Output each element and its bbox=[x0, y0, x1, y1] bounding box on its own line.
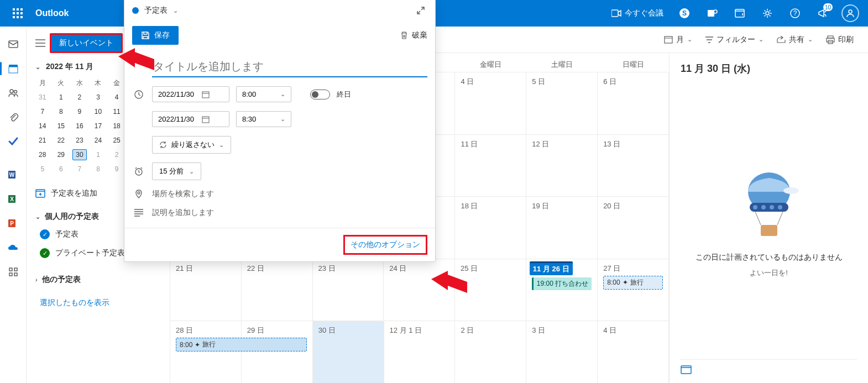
rail-onedrive[interactable] bbox=[2, 237, 24, 259]
mini-cal-day[interactable]: 11 bbox=[107, 104, 126, 119]
mini-cal-day[interactable]: 14 bbox=[33, 119, 52, 133]
app-launcher-button[interactable] bbox=[4, 8, 31, 18]
day-cell[interactable]: 12 日 bbox=[526, 135, 598, 197]
mini-cal-day[interactable]: 6 bbox=[52, 162, 71, 176]
meet-now-button[interactable]: 今すぐ会議 bbox=[605, 8, 670, 18]
day-cell[interactable]: 30 日 bbox=[313, 321, 384, 383]
end-date-picker[interactable]: 2022/11/30 bbox=[152, 111, 229, 127]
description-input[interactable]: 説明を追加します bbox=[152, 208, 427, 218]
start-time-picker[interactable]: 8:00⌄ bbox=[236, 86, 291, 102]
mini-cal-day[interactable]: 21 bbox=[33, 133, 52, 148]
end-time-picker[interactable]: 8:30⌄ bbox=[236, 111, 291, 127]
mini-cal-day[interactable]: 8 bbox=[89, 162, 108, 176]
day-cell[interactable]: 19 日 bbox=[526, 197, 598, 259]
new-event-button[interactable]: 新しいイベント bbox=[50, 33, 123, 53]
mini-cal-day[interactable]: 17 bbox=[89, 119, 108, 133]
day-cell[interactable]: 20 日 bbox=[598, 197, 669, 259]
show-selected-link[interactable]: 選択したものを表示 bbox=[27, 292, 170, 313]
start-date-picker[interactable]: 2022/11/30 bbox=[152, 86, 229, 102]
day-cell[interactable]: 13 日 bbox=[598, 135, 669, 197]
save-button[interactable]: 保存 bbox=[132, 26, 179, 45]
save-icon bbox=[141, 31, 150, 40]
rail-people[interactable] bbox=[2, 82, 24, 104]
day-cell[interactable]: 2 日 bbox=[455, 321, 526, 383]
day-cell[interactable]: 6 日 bbox=[598, 72, 669, 134]
day-cell[interactable]: 5 日 bbox=[526, 72, 598, 134]
svg-rect-10 bbox=[9, 41, 18, 48]
mini-cal-day[interactable]: 2 bbox=[70, 90, 89, 104]
mini-cal-day[interactable]: 22 bbox=[52, 133, 71, 148]
calendar-selector[interactable]: 予定表 bbox=[144, 6, 168, 15]
view-selector[interactable]: 月⌄ bbox=[658, 32, 698, 48]
day-cell[interactable]: 11 月 26 日19:00 打ち合わせ bbox=[526, 259, 598, 321]
other-calendars-toggle[interactable]: ›他の予定表 bbox=[35, 271, 161, 288]
mini-cal-day[interactable]: 15 bbox=[52, 119, 71, 133]
mini-cal-day[interactable]: 29 bbox=[52, 148, 71, 162]
mini-cal-day[interactable]: 16 bbox=[70, 119, 89, 133]
mini-cal-day[interactable]: 5 bbox=[33, 162, 52, 176]
excel-icon: X bbox=[8, 193, 19, 204]
all-day-toggle[interactable] bbox=[310, 90, 330, 99]
day-cell[interactable]: 3 日 bbox=[526, 321, 598, 383]
day-cell[interactable]: 27 日8:00 ✦ 旅行 bbox=[598, 259, 669, 321]
more-options-link[interactable]: その他のオプション bbox=[343, 235, 427, 255]
rail-todo[interactable] bbox=[2, 130, 24, 153]
mini-cal-day[interactable]: 1 bbox=[52, 90, 71, 104]
repeat-selector[interactable]: 繰り返さない⌄ bbox=[152, 136, 231, 154]
mini-cal-day[interactable]: 25 bbox=[107, 133, 126, 148]
rail-word[interactable]: W bbox=[2, 164, 24, 186]
calendar-small-icon[interactable] bbox=[681, 365, 692, 374]
mini-cal-day[interactable]: 3 bbox=[89, 90, 108, 104]
apps-icon bbox=[8, 266, 19, 277]
rail-mail[interactable] bbox=[2, 33, 24, 55]
mini-cal-day[interactable]: 9 bbox=[70, 104, 89, 119]
mini-cal-day[interactable]: 2 bbox=[107, 148, 126, 162]
event-chip[interactable]: 8:00 ✦ 旅行 bbox=[603, 276, 663, 290]
day-cell[interactable]: 29 日 bbox=[242, 321, 313, 383]
discard-button[interactable]: 破棄 bbox=[400, 30, 427, 40]
mini-cal-day[interactable]: 4 bbox=[107, 90, 126, 104]
mini-cal-day[interactable]: 30 bbox=[70, 148, 89, 162]
mini-cal-day[interactable]: 7 bbox=[33, 104, 52, 119]
day-cell[interactable]: 12 月 1 日 bbox=[384, 321, 456, 383]
rail-more-apps[interactable] bbox=[2, 261, 24, 283]
skype-button[interactable]: S bbox=[671, 0, 698, 27]
whats-new-button[interactable]: 10 bbox=[809, 0, 836, 27]
mini-cal-day[interactable]: 24 bbox=[89, 133, 108, 148]
day-cell[interactable]: 23 日 bbox=[313, 259, 384, 321]
mini-cal-day[interactable]: 10 bbox=[89, 104, 108, 119]
rail-files[interactable] bbox=[2, 106, 24, 128]
rail-calendar[interactable] bbox=[2, 57, 24, 80]
expand-button[interactable] bbox=[414, 4, 427, 17]
mini-cal-day[interactable]: 9 bbox=[107, 162, 126, 176]
mini-cal-day[interactable]: 31 bbox=[33, 90, 52, 104]
mini-cal-day[interactable]: 8 bbox=[52, 104, 71, 119]
share-button[interactable]: 共有⌄ bbox=[771, 32, 818, 48]
reminder-selector[interactable]: 15 分前⌄ bbox=[152, 162, 201, 180]
day-cell[interactable]: 21 日 bbox=[170, 259, 242, 321]
mini-cal-day[interactable]: 1 bbox=[89, 148, 108, 162]
day-cell[interactable]: 4 日 bbox=[455, 72, 526, 134]
my-day-button[interactable] bbox=[726, 0, 753, 27]
day-cell[interactable]: 18 日 bbox=[455, 197, 526, 259]
rail-excel[interactable]: X bbox=[2, 188, 24, 210]
day-cell[interactable]: 22 日 bbox=[242, 259, 313, 321]
event-chip[interactable]: 19:00 打ち合わせ bbox=[532, 277, 592, 290]
mini-cal-day[interactable]: 23 bbox=[70, 133, 89, 148]
print-button[interactable]: 印刷 bbox=[820, 32, 859, 48]
day-cell[interactable]: 11 日 bbox=[455, 135, 526, 197]
day-cell[interactable]: 4 日 bbox=[598, 321, 669, 383]
day-cell[interactable]: 28 日8:00 ✦ 旅行 bbox=[170, 321, 242, 383]
mini-cal-day[interactable]: 7 bbox=[70, 162, 89, 176]
event-title-input[interactable] bbox=[152, 57, 427, 77]
mini-cal-day[interactable]: 18 bbox=[107, 119, 126, 133]
teams-button[interactable] bbox=[699, 0, 725, 27]
location-input[interactable]: 場所を検索します bbox=[152, 189, 427, 199]
mini-cal-day[interactable]: 28 bbox=[33, 148, 52, 162]
filter-button[interactable]: フィルター⌄ bbox=[700, 32, 769, 48]
account-button[interactable] bbox=[837, 0, 864, 27]
rail-powerpoint[interactable]: P bbox=[2, 212, 24, 234]
settings-button[interactable] bbox=[754, 0, 781, 27]
menu-toggle-button[interactable] bbox=[35, 39, 45, 47]
help-button[interactable]: ? bbox=[782, 0, 808, 27]
